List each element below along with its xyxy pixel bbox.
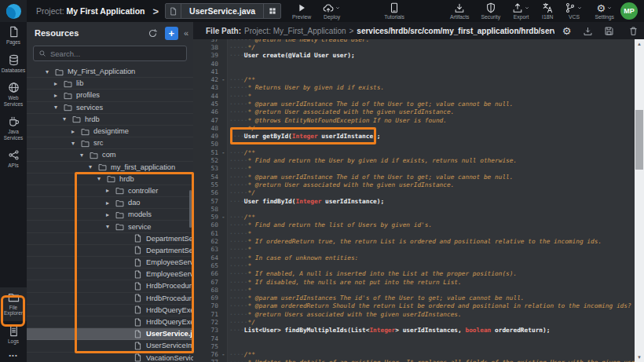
tree-item-hrdbqueryexecutorservice-java[interactable]: HrdbQueryExecutorService.java (27, 305, 193, 316)
search-input[interactable] (50, 49, 168, 58)
code-line-38: 38·····*/ (193, 44, 635, 52)
tree-item-vacationservice-java[interactable]: VacationService.java (27, 353, 193, 362)
tree-item-controller[interactable]: ▸controller (27, 185, 193, 197)
tree-expand-arrow-icon[interactable]: ▾ (54, 104, 64, 111)
fold-marker (218, 133, 229, 141)
tree-item-dao[interactable]: ▸dao (27, 197, 193, 209)
fold-marker[interactable]: - (218, 149, 229, 157)
tree-item-userserviceimpl-java[interactable]: UserServiceImpl.java (27, 340, 193, 352)
fold-marker (218, 60, 229, 68)
sidebar-item-java-services[interactable]: Java Services (0, 112, 27, 145)
sidebar-item-databases[interactable]: Databases (0, 50, 27, 79)
tree-item-userservice-java[interactable]: UserService.java (27, 328, 193, 340)
preview-button[interactable]: Preview (292, 2, 311, 20)
sidebar-item-apis[interactable]: APIs (0, 145, 27, 174)
tree-item-profiles[interactable]: ▸profiles (27, 90, 193, 101)
tree-item-my-first-application[interactable]: ▾my_first_application (27, 162, 193, 174)
tree-item-src[interactable]: ▾src (27, 137, 193, 149)
delete-file-icon[interactable] (628, 25, 639, 37)
line-number: 48 (193, 125, 218, 133)
fold-marker (218, 343, 229, 351)
refresh-icon[interactable] (146, 26, 160, 40)
line-number: 38 (193, 44, 218, 52)
tree-item-com[interactable]: ▾com (27, 149, 193, 161)
tree-expand-arrow-icon[interactable]: ▾ (97, 175, 107, 182)
tab-userservice-java[interactable]: UserService.java (165, 3, 281, 19)
editor-scrollbar[interactable]: ▲ ▼ (635, 39, 644, 362)
tree-scrollbar-thumb[interactable] (189, 190, 192, 228)
tree-expand-arrow-icon[interactable]: ▾ (46, 68, 55, 75)
folder-icon (107, 174, 115, 183)
project-label: Project: (36, 6, 64, 16)
more-options-icon[interactable]: ••• (0, 349, 27, 360)
tree-collapse-arrow-icon[interactable]: ▸ (106, 187, 115, 194)
tree-item-services[interactable]: ▾services (27, 102, 193, 114)
tab-label: UserService.java (181, 6, 263, 16)
download-file-icon[interactable] (582, 25, 594, 37)
sidebar-item-file-explorer[interactable]: File Explorer (0, 287, 27, 321)
line-number: 70 (193, 302, 218, 310)
editor-scrollbar-thumb[interactable] (635, 110, 643, 170)
tutorials-button[interactable]: Tutorials (384, 2, 404, 20)
tree-item-models[interactable]: ▸models (27, 209, 193, 221)
scroll-down-arrow-icon[interactable]: ▼ (635, 353, 644, 362)
sidebar-item-web-services[interactable]: Web Services (0, 78, 27, 112)
download-icon (454, 2, 465, 13)
gear-icon: ⚙ (596, 3, 606, 13)
tree-item-departmentserviceimpl-java[interactable]: DepartmentServiceImpl.java (27, 245, 193, 257)
tree-item-hrdb[interactable]: ▾hrdb (27, 174, 193, 185)
fold-marker[interactable]: - (218, 214, 229, 221)
tree-item-hrdb[interactable]: ▾hrdb (27, 114, 193, 126)
tree-item-hrdbprocedureexecutorserviceimpl-java[interactable]: HrdbProcedureExecutorServiceImpl.java (27, 293, 193, 305)
tree-item-lib[interactable]: ▸lib (27, 78, 193, 90)
settings-button[interactable]: ⚙Settings (595, 2, 614, 20)
artifacts-button[interactable]: Artifacts (450, 2, 470, 20)
tree-expand-arrow-icon[interactable]: ▾ (71, 140, 81, 147)
tree-item-hrdbprocedureexecutorservice-java[interactable]: HrdbProcedureExecutorService.java (27, 280, 193, 292)
tree-expand-arrow-icon[interactable]: ▾ (80, 152, 90, 159)
line-number: 44 (193, 93, 218, 101)
line-number: 43 (193, 84, 218, 92)
tree-collapse-arrow-icon[interactable]: ▸ (54, 80, 64, 87)
logs-icon (8, 325, 20, 337)
tree-item-departmentservice-java[interactable]: DepartmentService.java (27, 233, 193, 245)
file-icon (166, 4, 181, 18)
tree-collapse-arrow-icon[interactable]: ▸ (71, 128, 81, 135)
scroll-up-arrow-icon[interactable]: ▲ (635, 39, 644, 49)
tree-item-my-first-application[interactable]: ▾My_First_Application (27, 66, 193, 78)
tree-item-employeeserviceimpl-java[interactable]: EmployeeServiceImpl.java (27, 269, 193, 280)
tree-collapse-arrow-icon[interactable]: ▸ (106, 211, 115, 218)
code-line-59: 59-····/** (193, 214, 635, 221)
code-editor[interactable]: 37·····* @return the newly created User.… (193, 39, 635, 362)
grid-icon[interactable] (263, 4, 280, 18)
tree-item-hrdbqueryexecutorserviceimpl-java[interactable]: HrdbQueryExecutorServiceImpl.java (27, 316, 193, 328)
folder-icon (81, 139, 90, 148)
sidebar-item-logs[interactable]: Logs (0, 321, 27, 349)
code-line-53: 53·····* (193, 165, 635, 173)
fold-marker (218, 238, 229, 246)
tree-expand-arrow-icon[interactable]: ▾ (89, 163, 98, 170)
collapse-panel-icon[interactable]: « (184, 28, 188, 38)
i18n-button[interactable]: I18N (542, 2, 553, 20)
code-line-74: 74 (193, 335, 635, 343)
add-resource-button[interactable]: + (165, 27, 178, 40)
tree-expand-arrow-icon[interactable]: ▾ (106, 223, 115, 230)
vcs-button[interactable]: VCS (565, 2, 583, 20)
tree-collapse-arrow-icon[interactable]: ▸ (54, 92, 64, 99)
security-button[interactable]: Security (481, 2, 501, 20)
sidebar-item-pages[interactable]: Pages (0, 22, 27, 50)
avatar[interactable]: MP (620, 2, 638, 20)
tree-item-designtime[interactable]: ▸designtime (27, 126, 193, 137)
save-file-icon[interactable] (603, 25, 615, 37)
deploy-button[interactable]: Deploy (323, 2, 341, 20)
tree-expand-arrow-icon[interactable]: ▾ (63, 115, 72, 122)
fold-marker[interactable]: - (218, 76, 229, 84)
tree-item-employeeservice-java[interactable]: EmployeeService.java (27, 257, 193, 269)
line-number: 64 (193, 254, 218, 262)
export-button[interactable]: Export (512, 2, 530, 20)
tree-item-service[interactable]: ▾service (27, 221, 193, 232)
settings-gear-icon[interactable]: ⚙ (561, 25, 573, 37)
app-logo[interactable] (0, 0, 27, 22)
tree-collapse-arrow-icon[interactable]: ▸ (106, 199, 115, 207)
fold-marker[interactable]: - (218, 351, 229, 359)
